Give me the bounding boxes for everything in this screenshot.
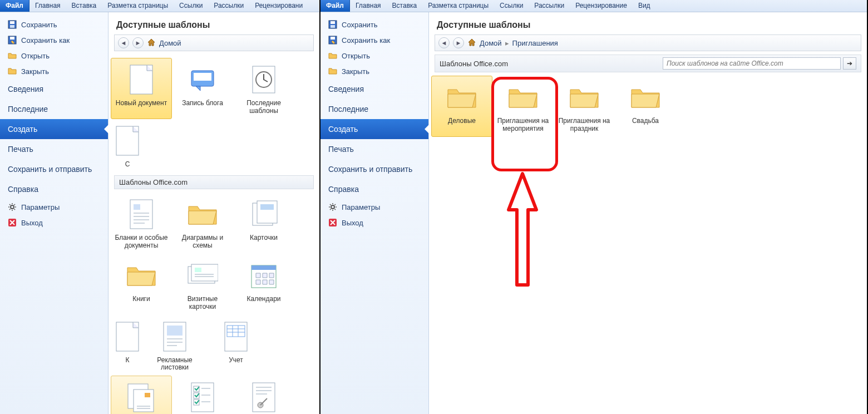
ribbon-tab[interactable]: Главная	[29, 0, 66, 12]
nav-back-button[interactable]: ◄	[438, 37, 450, 48]
sidebar-item-label: Выход	[21, 219, 43, 227]
blog-icon	[185, 62, 220, 97]
sidebar-item-exit[interactable]: Выход	[320, 215, 428, 230]
template-tile-notes[interactable]: Записки	[233, 376, 294, 414]
tile-label: Новый документ	[116, 100, 167, 107]
tile-label: Рекламные листовки	[146, 357, 204, 372]
template-tile-blanks[interactable]: Бланки и особые документы	[111, 193, 172, 254]
sidebar-item-share[interactable]: Сохранить и отправить	[0, 159, 108, 179]
template-tile-wedding[interactable]: Свадьба	[615, 76, 676, 137]
template-tile-newdoc[interactable]: Новый документ	[111, 58, 172, 119]
nav-back-button[interactable]: ◄	[118, 37, 129, 48]
ribbon: ФайлГлавнаяВставкаРазметка страницыСсылк…	[0, 0, 319, 12]
sidebar-item-print[interactable]: Печать	[0, 139, 108, 159]
ribbon-tab[interactable]: Рецензировани	[249, 0, 308, 12]
annotation-arrow-up	[506, 171, 539, 288]
folder-icon	[444, 80, 480, 115]
svg-rect-20	[195, 268, 201, 272]
home-icon[interactable]	[467, 38, 476, 48]
sidebar-item-open[interactable]: Открыть	[0, 48, 108, 63]
template-tile-partial2[interactable]: К	[111, 315, 144, 376]
ribbon-tab[interactable]: Разметка страницы	[102, 0, 174, 12]
sidebar-item-share[interactable]: Сохранить и отправить	[320, 159, 428, 179]
nav-forward-button[interactable]: ►	[453, 37, 464, 48]
sidebar-item-info[interactable]: Сведения	[320, 79, 428, 99]
template-tile-flyers[interactable]: Рекламные листовки	[144, 315, 205, 376]
sidebar-item-new[interactable]: Создать	[0, 119, 108, 139]
close-icon	[328, 67, 337, 76]
ribbon-tab[interactable]: Вставка	[66, 0, 102, 12]
sidebar-item-close[interactable]: Закрыть	[320, 63, 428, 79]
template-tile-recenttpl[interactable]: Последние шаблоны	[233, 58, 294, 119]
sidebar-item-label: Сведения	[328, 85, 364, 93]
file-tab[interactable]: Файл	[0, 0, 29, 12]
template-tile-partial1[interactable]: С	[111, 119, 144, 172]
template-tile-calendars[interactable]: Календари	[233, 254, 294, 315]
file-tab[interactable]: Файл	[320, 0, 350, 12]
ribbon-tab[interactable]: Ссылки	[494, 0, 529, 12]
sidebar-item-new[interactable]: Создать	[320, 119, 428, 139]
sidebar-item-saveas[interactable]: Сохранить как	[320, 32, 428, 48]
sidebar-item-recent[interactable]: Последние	[0, 99, 108, 119]
office-templates-label: Шаблоны Office.com	[440, 60, 508, 68]
template-tile-blog[interactable]: Запись блога	[172, 58, 233, 119]
ribbon-tab[interactable]: Ссылки	[174, 0, 208, 12]
breadcrumb-invitations[interactable]: Приглашения	[512, 39, 558, 47]
sidebar-item-exit[interactable]: Выход	[0, 215, 108, 230]
sidebar-item-label: Выход	[342, 219, 363, 227]
ribbon-tab[interactable]: Разметка страницы	[422, 0, 494, 12]
home-icon[interactable]	[147, 38, 156, 48]
tile-label: Учет	[229, 357, 243, 364]
template-tile-diagrams[interactable]: Диаграммы и схемы	[172, 193, 233, 254]
sidebar-item-recent[interactable]: Последние	[320, 99, 428, 119]
template-tile-bizcards[interactable]: Визитные карточки	[172, 254, 233, 315]
template-tile-accounting[interactable]: Учет	[205, 315, 267, 376]
sidebar-item-saveas[interactable]: Сохранить как	[0, 32, 108, 48]
template-tile-invitations[interactable]: Приглашения	[111, 376, 172, 414]
sidebar-item-help[interactable]: Справка	[320, 179, 428, 199]
ribbon-tab[interactable]: Вставка	[387, 0, 423, 12]
tile-label: Приглашения на мероприятия	[494, 117, 552, 133]
save-icon	[328, 20, 337, 29]
svg-rect-46	[331, 37, 335, 40]
sidebar-item-close[interactable]: Закрыть	[0, 63, 108, 79]
sidebar-item-label: Справка	[8, 185, 38, 194]
sidebar-item-label: Последние	[8, 105, 48, 114]
nav-forward-button[interactable]: ►	[132, 37, 144, 48]
ribbon-tab[interactable]: Вид	[633, 0, 656, 12]
template-tile-events[interactable]: Приглашения на мероприятия	[492, 76, 554, 137]
tile-label: Свадьба	[632, 117, 659, 125]
svg-rect-13	[130, 200, 152, 229]
breadcrumb-home[interactable]: Домой	[480, 39, 502, 47]
tile-label: Карточки	[250, 234, 278, 242]
template-tile-lists[interactable]: Перечни и списки дел	[172, 376, 233, 414]
folder-icon	[124, 258, 159, 293]
ribbon-tab[interactable]: Рассылки	[529, 0, 570, 12]
sidebar-item-save[interactable]: Сохранить	[0, 17, 108, 32]
template-search-button[interactable]: ➔	[843, 57, 856, 70]
template-tile-holiday[interactable]: Приглашения на праздник	[554, 76, 615, 137]
sidebar-item-label: Закрыть	[21, 67, 49, 76]
sidebar-item-help[interactable]: Справка	[0, 179, 108, 199]
sidebar-item-info[interactable]: Сведения	[0, 79, 108, 99]
sidebar-item-options[interactable]: Параметры	[320, 199, 428, 215]
svg-rect-2	[10, 25, 14, 28]
template-search-input[interactable]	[663, 57, 841, 70]
sidebar-item-label: Сохранить как	[21, 36, 70, 45]
ribbon-tab[interactable]: Рецензирование	[570, 0, 633, 12]
sidebar-item-print[interactable]: Печать	[320, 139, 428, 159]
doc-icon	[124, 62, 159, 97]
svg-rect-44	[331, 25, 335, 28]
ribbon-tab[interactable]: Главная	[350, 0, 387, 12]
template-tile-books[interactable]: Книги	[111, 254, 172, 315]
breadcrumb-home[interactable]: Домой	[159, 39, 181, 47]
tile-label: Деловые	[448, 117, 476, 125]
clock-icon	[246, 62, 282, 97]
office-templates-header: Шаблоны Office.com	[114, 175, 314, 189]
sidebar-item-options[interactable]: Параметры	[0, 199, 108, 215]
sidebar-item-open[interactable]: Открыть	[320, 48, 428, 63]
ribbon-tab[interactable]: Рассылки	[208, 0, 249, 12]
sidebar-item-save[interactable]: Сохранить	[320, 17, 428, 32]
template-tile-cards[interactable]: Карточки	[233, 193, 294, 254]
template-tile-biz[interactable]: Деловые	[431, 76, 492, 137]
